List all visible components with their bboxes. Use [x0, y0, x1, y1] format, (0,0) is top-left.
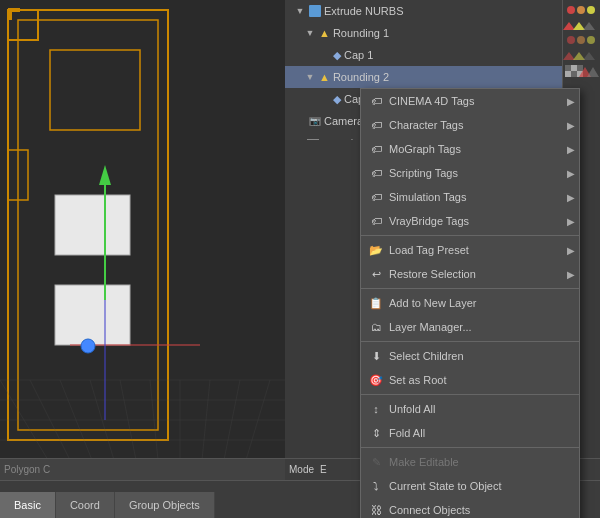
tab-coord[interactable]: Coord	[56, 492, 115, 518]
3d-viewport	[0, 0, 285, 480]
svg-rect-41	[571, 65, 577, 71]
restore-icon: ↩	[367, 265, 385, 283]
layer-mgr-icon: 🗂	[367, 318, 385, 336]
menu-item-load-preset[interactable]: 📂 Load Tag Preset ▶	[361, 238, 579, 262]
menu-label: Fold All	[389, 427, 571, 439]
svg-marker-33	[583, 22, 595, 30]
menu-item-layer-manager[interactable]: 🗂 Layer Manager...	[361, 315, 579, 339]
menu-item-simulation-tags[interactable]: 🏷 Simulation Tags ▶	[361, 185, 579, 209]
fold-icon: ⇕	[367, 424, 385, 442]
svg-rect-44	[571, 71, 577, 77]
tree-item-rounding2[interactable]: ▼ ▲ Rounding 2	[285, 66, 600, 88]
set-root-icon: 🎯	[367, 371, 385, 389]
menu-label: Restore Selection	[389, 268, 571, 280]
cap-icon: ◆	[333, 49, 341, 62]
submenu-arrow3: ▶	[567, 144, 575, 155]
menu-item-select-children[interactable]: ⬇ Select Children	[361, 344, 579, 368]
svg-point-25	[81, 339, 95, 353]
char-tag-icon: 🏷	[367, 116, 385, 134]
svg-rect-27	[8, 8, 12, 20]
menu-item-set-root[interactable]: 🎯 Set as Root	[361, 368, 579, 392]
svg-point-30	[587, 6, 595, 14]
tree-item-cap1[interactable]: ▼ ◆ Cap 1	[285, 44, 600, 66]
tag-icon: 🏷	[367, 92, 385, 110]
svg-rect-43	[565, 71, 571, 77]
make-edit-icon: ✎	[367, 453, 385, 471]
add-layer-icon: 📋	[367, 294, 385, 312]
menu-item-vraybridge-tags[interactable]: 🏷 VrayBridge Tags ▶	[361, 209, 579, 233]
no-arrow	[317, 92, 331, 106]
svg-marker-31	[563, 22, 575, 30]
expand-arrow: ▼	[293, 4, 307, 18]
menu-item-scripting-tags[interactable]: 🏷 Scripting Tags ▶	[361, 161, 579, 185]
sim-icon: 🏷	[367, 188, 385, 206]
menu-label: Load Tag Preset	[389, 244, 571, 256]
menu-label: Layer Manager...	[389, 321, 571, 333]
menu-label: Select Children	[389, 350, 571, 362]
svg-marker-38	[573, 52, 585, 60]
light-icon	[307, 139, 319, 141]
svg-rect-42	[577, 65, 583, 71]
menu-item-cinema4d-tags[interactable]: 🏷 CINEMA 4D Tags ▶	[361, 89, 579, 113]
menu-item-make-editable: ✎ Make Editable	[361, 450, 579, 474]
menu-label: Unfold All	[389, 403, 571, 415]
menu-item-add-layer[interactable]: 📋 Add to New Layer	[361, 291, 579, 315]
menu-item-character-tags[interactable]: 🏷 Character Tags ▶	[361, 113, 579, 137]
separator-1	[361, 235, 579, 236]
no-arrow: ▼	[317, 48, 331, 62]
tree-item-extrude[interactable]: ▼ Extrude NURBS	[285, 0, 600, 22]
svg-point-35	[577, 36, 585, 44]
tab-group-objects[interactable]: Group Objects	[115, 492, 215, 518]
current-state-icon: ⤵	[367, 477, 385, 495]
menu-item-mograph-tags[interactable]: 🏷 MoGraph Tags ▶	[361, 137, 579, 161]
svg-rect-4	[55, 195, 130, 255]
separator-5	[361, 447, 579, 448]
menu-item-restore-selection[interactable]: ↩ Restore Selection ▶	[361, 262, 579, 286]
menu-label: Connect Objects	[389, 504, 571, 516]
mode-label: Mode	[289, 464, 314, 475]
tree-item-label: Camera	[324, 115, 363, 127]
menu-item-fold-all[interactable]: ⇕ Fold All	[361, 421, 579, 445]
menu-item-unfold-all[interactable]: ↕ Unfold All	[361, 397, 579, 421]
viewport-mode-bar: Polygon C	[0, 458, 285, 480]
tab-basic-label: Basic	[14, 499, 41, 511]
submenu-arrow6: ▶	[567, 216, 575, 227]
polygon-label: Polygon C	[4, 464, 50, 475]
rounding-icon: ▲	[319, 27, 330, 39]
menu-label: Current State to Object	[389, 480, 571, 492]
menu-item-connect-objects[interactable]: ⛓ Connect Objects	[361, 498, 579, 518]
rounding2-icon: ▲	[319, 71, 330, 83]
svg-marker-37	[563, 52, 575, 60]
tree-item-rounding1[interactable]: ▼ ▲ Rounding 1	[285, 22, 600, 44]
cap2-icon: ◆	[333, 93, 341, 106]
status-tabs: Basic Coord Group Objects	[0, 481, 215, 518]
svg-marker-32	[573, 22, 585, 30]
submenu-arrow7: ▶	[567, 245, 575, 256]
submenu-arrow8: ▶	[567, 269, 575, 280]
tree-item-label: Extrude NURBS	[324, 5, 403, 17]
menu-label: Add to New Layer	[389, 297, 571, 309]
menu-label: Scripting Tags	[389, 167, 571, 179]
tree-item-label: Rounding 1	[333, 27, 389, 39]
separator-2	[361, 288, 579, 289]
mograph-icon: 🏷	[367, 140, 385, 158]
tab-basic[interactable]: Basic	[0, 492, 56, 518]
svg-point-28	[567, 6, 575, 14]
svg-rect-40	[565, 65, 571, 71]
svg-point-29	[577, 6, 585, 14]
vray-icon: 🏷	[367, 212, 385, 230]
tab-group-label: Group Objects	[129, 499, 200, 511]
menu-item-current-state[interactable]: ⤵ Current State to Object	[361, 474, 579, 498]
menu-label: MoGraph Tags	[389, 143, 571, 155]
submenu-arrow4: ▶	[567, 168, 575, 179]
tree-item-label: Cap 1	[344, 49, 373, 61]
unfold-icon: ↕	[367, 400, 385, 418]
menu-label: VrayBridge Tags	[389, 215, 571, 227]
menu-label: Simulation Tags	[389, 191, 571, 203]
svg-rect-0	[0, 0, 285, 480]
edit-label: E	[320, 464, 327, 475]
connect-icon: ⛓	[367, 501, 385, 518]
svg-rect-5	[55, 285, 130, 345]
svg-marker-47	[587, 67, 599, 77]
preset-icon: 📂	[367, 241, 385, 259]
